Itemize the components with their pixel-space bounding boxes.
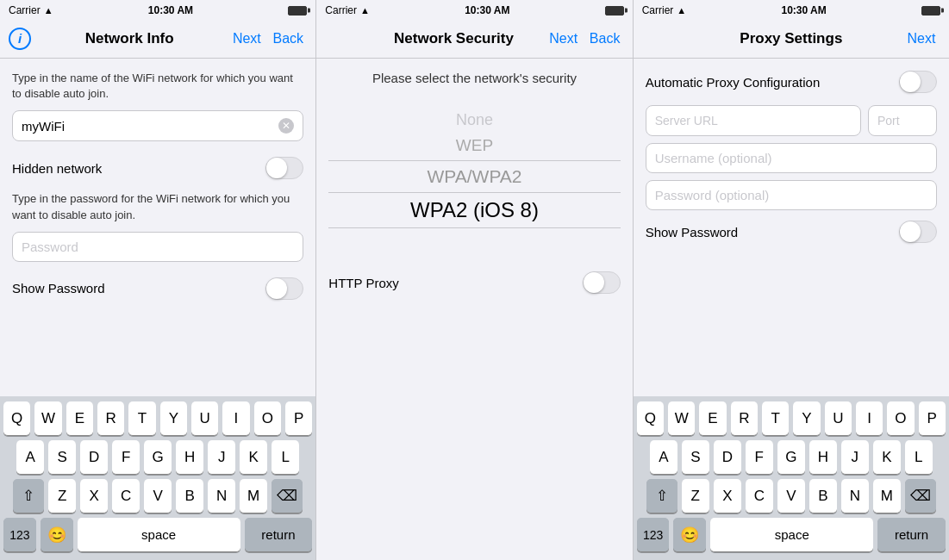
picker-wep[interactable]: WEP — [328, 133, 620, 159]
key3-t[interactable]: T — [762, 401, 789, 436]
status-left-3: Carrier ▲ — [642, 4, 687, 16]
hidden-network-toggle[interactable] — [265, 157, 303, 179]
key-y[interactable]: Y — [160, 401, 187, 436]
shift-key-3[interactable]: ⇧ — [646, 479, 677, 513]
key3-u[interactable]: U — [825, 401, 852, 436]
network-name-input[interactable] — [22, 119, 278, 134]
key-a[interactable]: A — [16, 440, 44, 475]
username-field[interactable] — [646, 143, 937, 173]
key-v[interactable]: V — [144, 479, 172, 513]
port-field[interactable]: Port — [868, 105, 937, 136]
key3-v[interactable]: V — [777, 479, 805, 513]
key3-g[interactable]: G — [777, 440, 805, 475]
key-b[interactable]: B — [176, 479, 203, 513]
show-password-toggle-3[interactable] — [899, 221, 937, 243]
key-g[interactable]: G — [144, 440, 172, 475]
key3-j[interactable]: J — [841, 440, 869, 475]
key-h[interactable]: H — [176, 440, 203, 475]
key3-e[interactable]: E — [699, 401, 726, 436]
password-input-3[interactable] — [655, 188, 927, 202]
picker-sep-2 — [328, 192, 620, 193]
key-l[interactable]: L — [272, 440, 299, 475]
network-name-field[interactable]: ✕ — [12, 110, 303, 141]
http-proxy-toggle[interactable] — [583, 271, 621, 294]
key-c[interactable]: C — [112, 479, 140, 513]
key-s[interactable]: S — [48, 440, 76, 475]
next-button-1[interactable]: Next — [228, 31, 265, 47]
key-j[interactable]: J — [208, 440, 235, 475]
key3-h[interactable]: H — [809, 440, 837, 475]
key-u[interactable]: U — [191, 401, 218, 436]
return-key-1[interactable]: return — [245, 518, 313, 552]
key3-k[interactable]: K — [873, 440, 901, 475]
emoji-key-3[interactable]: 😊 — [673, 518, 706, 552]
key3-f[interactable]: F — [746, 440, 773, 475]
clear-button[interactable]: ✕ — [278, 118, 294, 134]
key3-d[interactable]: D — [714, 440, 741, 475]
emoji-key-1[interactable]: 😊 — [41, 518, 73, 552]
key-d[interactable]: D — [80, 440, 108, 475]
back-button-2[interactable]: Back — [586, 31, 624, 47]
key-q[interactable]: Q — [3, 401, 30, 436]
key-f[interactable]: F — [112, 440, 140, 475]
password-field-1[interactable] — [12, 232, 303, 262]
description-bottom: Type in the password for the WiFi networ… — [12, 191, 303, 222]
key-z[interactable]: Z — [48, 479, 76, 513]
key3-l[interactable]: L — [905, 440, 933, 475]
num-key-3[interactable]: 123 — [637, 518, 670, 552]
status-right-1 — [288, 6, 307, 16]
next-button-3[interactable]: Next — [902, 31, 940, 47]
password-field-3[interactable] — [646, 180, 937, 210]
key-o[interactable]: O — [254, 401, 281, 436]
key3-o[interactable]: O — [887, 401, 914, 436]
key-m[interactable]: M — [240, 479, 267, 513]
info-icon[interactable]: i — [9, 28, 31, 50]
picker-none[interactable]: None — [328, 108, 620, 133]
key-w[interactable]: W — [34, 401, 61, 436]
next-button-2[interactable]: Next — [545, 31, 583, 47]
key3-a[interactable]: A — [650, 440, 677, 475]
keyboard-row-1: Q W E R T Y U I O P — [3, 401, 312, 436]
key3-n[interactable]: N — [841, 479, 869, 513]
key3-r[interactable]: R — [731, 401, 758, 436]
key-i[interactable]: I — [222, 401, 249, 436]
auto-proxy-toggle[interactable] — [899, 71, 937, 93]
key3-i[interactable]: I — [856, 401, 883, 436]
space-key-3[interactable]: space — [710, 518, 873, 552]
server-url-field[interactable]: Server URL — [646, 105, 861, 136]
key3-z[interactable]: Z — [682, 479, 709, 513]
delete-key-1[interactable]: ⌫ — [272, 479, 303, 513]
back-button-1[interactable]: Back — [269, 31, 307, 47]
space-key-1[interactable]: space — [78, 518, 240, 552]
picker-wpa[interactable]: WPA/WPA2 — [328, 163, 620, 190]
key3-y[interactable]: Y — [793, 401, 820, 436]
key-n[interactable]: N — [208, 479, 235, 513]
password-input-1[interactable] — [22, 240, 294, 254]
key3-m[interactable]: M — [873, 479, 901, 513]
key-r[interactable]: R — [97, 401, 124, 436]
key3-s[interactable]: S — [682, 440, 709, 475]
security-picker[interactable]: None WEP WPA/WPA2 WPA2 (iOS 8) — [328, 99, 620, 239]
key-k[interactable]: K — [240, 440, 267, 475]
key-e[interactable]: E — [66, 401, 93, 436]
picker-wpa2[interactable]: WPA2 (iOS 8) — [328, 195, 620, 226]
nav-title-1: Network Info — [31, 30, 228, 47]
status-bar-2: Carrier ▲ 10:30 AM — [316, 0, 632, 19]
key-x[interactable]: X — [80, 479, 108, 513]
key3-b[interactable]: B — [809, 479, 837, 513]
username-input[interactable] — [655, 151, 927, 165]
shift-key-1[interactable]: ⇧ — [13, 479, 44, 513]
battery-icon-3 — [921, 6, 940, 16]
key3-w[interactable]: W — [668, 401, 695, 436]
num-key-1[interactable]: 123 — [3, 518, 36, 552]
show-password-toggle-1[interactable] — [265, 277, 303, 300]
key-p[interactable]: P — [285, 401, 312, 436]
keyboard-row-4: 123 😊 space return — [3, 518, 312, 552]
key3-p[interactable]: P — [919, 401, 946, 436]
return-key-3[interactable]: return — [877, 518, 946, 552]
key3-x[interactable]: X — [714, 479, 741, 513]
key3-q[interactable]: Q — [637, 401, 664, 436]
key3-c[interactable]: C — [746, 479, 773, 513]
delete-key-3[interactable]: ⌫ — [905, 479, 936, 513]
key-t[interactable]: T — [128, 401, 155, 436]
